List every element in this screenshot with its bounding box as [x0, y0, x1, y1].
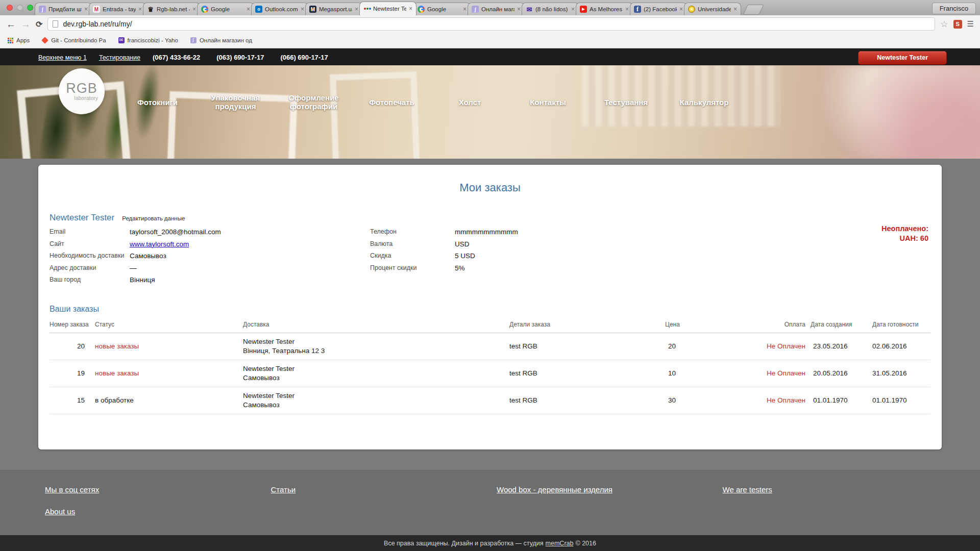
nav-item-7[interactable]: Калькулятор — [665, 78, 743, 127]
hero-banner: RGB laboratory ФотокнигиУпаковочная прод… — [0, 65, 980, 159]
bookmark-0[interactable]: Apps — [7, 37, 30, 43]
tab-close-icon[interactable]: × — [679, 7, 683, 12]
tab-title: Google — [211, 6, 244, 12]
nav-item-2[interactable]: Оформление фотографий — [275, 78, 353, 127]
top-menu-link-0[interactable]: Верхнее меню 1 — [38, 54, 87, 61]
tab-close-icon[interactable]: × — [625, 7, 629, 12]
tab-close-icon[interactable]: × — [84, 7, 88, 12]
unpaid-amount: Неоплачено: UAH: 60 — [881, 224, 928, 243]
tab-title: Придбати шта — [48, 6, 82, 12]
profile-field: Телефонmmmmmmmmmmm — [370, 226, 518, 238]
zoom-window-button[interactable] — [27, 5, 33, 11]
tab-close-icon[interactable]: × — [409, 6, 412, 11]
tab-close-icon[interactable]: × — [517, 7, 521, 12]
order-row-20[interactable]: 20новые заказыNewtester TesterВінниця, Т… — [50, 333, 930, 360]
footer-link2-0[interactable]: About us — [38, 507, 75, 516]
browser-tab-8[interactable]: ∫Онлайн магаз× — [468, 3, 525, 15]
forward-icon[interactable]: → — [21, 19, 31, 29]
tab-close-icon[interactable]: × — [138, 7, 142, 12]
tab-close-icon[interactable]: × — [247, 7, 250, 12]
field-value: taylorsoft_2008@hotmail.com — [130, 226, 221, 238]
order-number: 19 — [50, 369, 95, 378]
new-tab-button[interactable] — [743, 5, 764, 15]
profile-fields-right: ТелефонmmmmmmmmmmmВалютаUSDСкидка5 USDПр… — [370, 226, 518, 286]
order-ready: 31.05.2016 — [872, 369, 928, 378]
tab-close-icon[interactable]: × — [733, 7, 737, 12]
order-created: 20.05.2016 — [811, 369, 872, 378]
order-delivery: Newtester TesterСамовывоз — [243, 364, 509, 383]
bookmark-3[interactable]: Онлайн магазин од — [190, 37, 252, 43]
tab-title: Rgb-lab.net - A — [157, 6, 190, 12]
orders-table-body: 20новые заказыNewtester TesterВінниця, Т… — [50, 333, 930, 414]
order-row-19[interactable]: 19новые заказыNewtester TesterСамовывозt… — [50, 360, 930, 387]
phone-number: (067) 433-66-22 — [153, 54, 200, 61]
browser-tab-0[interactable]: ∫Придбати шта× — [35, 3, 92, 15]
tab-title: Outlook.com - t — [265, 6, 298, 12]
footer-link-0[interactable]: Мы в соц сетях — [38, 485, 99, 494]
browser-tab-9[interactable]: ✉(8 não lidos) - f× — [522, 3, 579, 15]
footer-link-3[interactable]: We are testers — [716, 485, 772, 494]
bookmark-star-icon[interactable]: ☆ — [940, 19, 948, 30]
browser-tab-12[interactable]: Universidade L× — [684, 3, 741, 15]
browser-tab-6[interactable]: Newtester Test× — [359, 2, 416, 15]
minimize-window-button[interactable] — [17, 5, 23, 11]
close-window-button[interactable] — [7, 5, 13, 11]
google-favicon — [201, 6, 208, 13]
browser-tab-5[interactable]: MMegasport.ua -× — [305, 3, 362, 15]
order-details: test RGB — [509, 369, 665, 378]
order-delivery: Newtester TesterВінниця, Театральна 12 3 — [243, 337, 509, 356]
bookmark-1[interactable]: Git - Contribuindo Pa — [42, 37, 106, 43]
footer-links-row-2: About us — [38, 507, 942, 516]
profile-field: ВалютаUSD — [370, 238, 518, 251]
footer-link-1[interactable]: Статьи — [264, 485, 296, 494]
bookmark-2[interactable]: franciscobizi - Yaho — [118, 37, 178, 43]
url-text: dev.rgb-lab.net/ru/my/ — [63, 20, 132, 28]
user-account-button[interactable]: Newtester Tester — [858, 51, 947, 65]
browser-tab-11[interactable]: f(2) Facebook× — [630, 3, 687, 15]
integral-favicon: ∫ — [39, 6, 46, 13]
browser-tab-7[interactable]: Google× — [413, 3, 471, 15]
back-icon[interactable]: ← — [6, 19, 16, 29]
nav-item-4[interactable]: Холст — [431, 78, 509, 127]
menu-icon[interactable]: ☰ — [967, 19, 974, 29]
order-number: 20 — [50, 342, 95, 351]
col-header-1: Статус — [95, 321, 243, 328]
edit-profile-link[interactable]: Редактировать данные — [122, 215, 185, 221]
profile-field: Скидка5 USD — [370, 250, 518, 262]
tab-close-icon[interactable]: × — [192, 7, 196, 12]
browser-tab-1[interactable]: MEntrada - taylo× — [89, 3, 146, 15]
top-menu-link-1[interactable]: Тестирование — [99, 54, 140, 61]
browser-profile-button[interactable]: Francisco — [932, 3, 976, 14]
reload-icon[interactable]: ⟳ — [36, 19, 42, 29]
nav-item-1[interactable]: Упаковочная продукция — [197, 78, 275, 127]
tab-close-icon[interactable]: × — [355, 7, 358, 12]
orders-table-header: Номер заказаСтатусДоставкаДетали заказаЦ… — [50, 321, 930, 333]
field-label: Ваш город — [50, 274, 130, 286]
page-background: Мои заказы Newtester Tester Редактироват… — [0, 159, 980, 470]
tab-close-icon[interactable]: × — [463, 7, 467, 12]
nav-item-3[interactable]: Фотопечать — [353, 78, 431, 127]
order-price: 10 — [665, 369, 714, 378]
tab-close-icon[interactable]: × — [571, 7, 575, 12]
footer-link-2[interactable]: Wood box - деревянные изделия — [490, 485, 612, 494]
order-created: 01.01.1970 — [811, 396, 872, 405]
order-price: 30 — [665, 396, 714, 405]
browser-tab-4[interactable]: oOutlook.com - t× — [251, 3, 308, 15]
browser-tab-3[interactable]: Google× — [197, 3, 254, 15]
memcrab-link[interactable]: memCrab — [546, 540, 574, 547]
tab-strip: ∫Придбати шта×MEntrada - taylo×♛Rgb-lab.… — [35, 0, 738, 15]
order-ready: 02.06.2016 — [872, 342, 928, 351]
nav-item-0[interactable]: Фотокниги — [118, 78, 197, 127]
tab-close-icon[interactable]: × — [301, 7, 304, 12]
nav-item-5[interactable]: Контакты — [509, 78, 587, 127]
field-value[interactable]: www.taylorsoft.com — [130, 238, 189, 251]
profile-field: Необходимость доставкиСамовывоз — [50, 250, 370, 262]
site-logo[interactable]: RGB laboratory — [59, 68, 105, 114]
address-bar[interactable]: dev.rgb-lab.net/ru/my/ — [47, 17, 935, 31]
nav-item-6[interactable]: Тестування — [587, 78, 665, 127]
order-details: test RGB — [509, 342, 665, 351]
browser-tab-10[interactable]: ▶As Melhores M× — [576, 3, 633, 15]
order-row-15[interactable]: 15в обработкеNewtester TesterСамовывозte… — [50, 387, 930, 414]
browser-tab-2[interactable]: ♛Rgb-lab.net - A× — [143, 3, 200, 15]
extension-s-icon[interactable]: S — [953, 20, 962, 29]
